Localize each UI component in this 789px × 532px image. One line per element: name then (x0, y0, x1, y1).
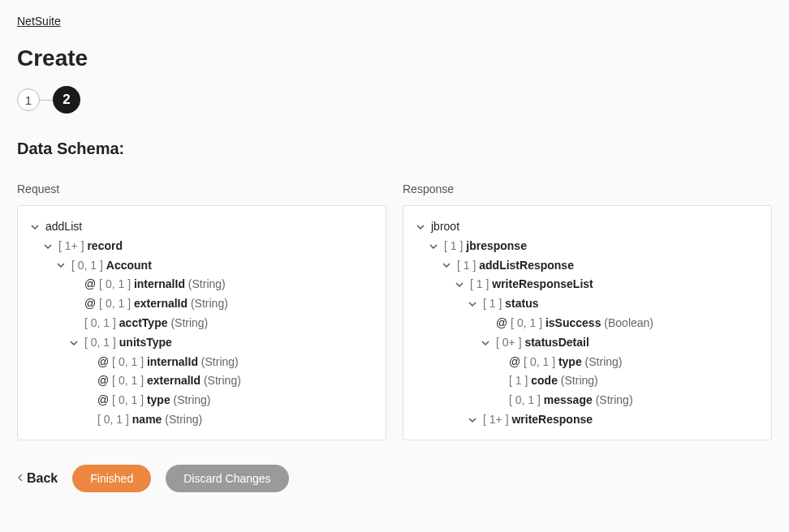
response-label: Response (403, 182, 772, 195)
tree-node-label: addList (45, 217, 82, 237)
tree-node-label: [ 1 ] jbresponse (444, 237, 527, 256)
response-tree-node[interactable]: [ 1 ] writeResponseList (415, 275, 760, 294)
response-tree-node[interactable]: [ 1 ] addListResponse (415, 256, 760, 276)
tree-node-label: @ [ 0, 1 ] externalId (String) (97, 371, 241, 391)
request-tree-node: @ [ 0, 1 ] type (String) (29, 391, 374, 410)
request-tree-node: @ [ 0, 1 ] externalId (String) (29, 371, 374, 391)
response-tree-node[interactable]: [ 0+ ] statusDetail (415, 333, 760, 353)
finished-button[interactable]: Finished (72, 465, 151, 492)
step-1[interactable]: 1 (17, 88, 40, 111)
tree-node-label: @ [ 0, 1 ] externalId (String) (84, 294, 228, 314)
chevron-down-icon[interactable] (29, 221, 41, 233)
chevron-down-icon[interactable] (42, 241, 54, 252)
response-tree-node[interactable]: jbroot (415, 217, 760, 237)
chevron-down-icon[interactable] (441, 260, 452, 271)
chevron-down-icon[interactable] (467, 414, 478, 426)
request-tree-node[interactable]: addList (29, 217, 374, 237)
request-tree-node: @ [ 0, 1 ] externalId (String) (29, 294, 374, 314)
response-tree-node[interactable]: [ 1+ ] writeResponse (415, 410, 760, 430)
response-tree-node[interactable]: [ 1 ] status (415, 294, 760, 314)
step-connector (40, 100, 53, 101)
request-tree-node: @ [ 0, 1 ] internalId (String) (29, 275, 374, 294)
tree-node-label: @ [ 0, 1 ] internalId (String) (84, 275, 226, 294)
tree-node-label: @ [ 0, 1 ] internalId (String) (97, 353, 239, 372)
tree-node-label: [ 0, 1 ] acctType (String) (84, 314, 208, 333)
step-2[interactable]: 2 (53, 86, 80, 114)
discard-changes-button[interactable]: Discard Changes (166, 465, 288, 492)
request-tree-node: [ 0, 1 ] acctType (String) (29, 314, 374, 333)
tree-node-label: [ 0, 1 ] message (String) (509, 391, 633, 410)
tree-node-label: @ [ 0, 1 ] type (String) (97, 391, 211, 410)
response-tree-node: [ 0, 1 ] message (String) (415, 391, 760, 410)
request-panel: addList[ 1+ ] record[ 0, 1 ] Account@ [ … (17, 205, 386, 440)
chevron-down-icon[interactable] (55, 260, 67, 271)
chevron-down-icon[interactable] (467, 298, 478, 310)
request-tree-node: [ 0, 1 ] name (String) (29, 410, 374, 430)
chevron-down-icon[interactable] (415, 221, 426, 233)
tree-node-label: [ 1 ] addListResponse (457, 256, 574, 276)
chevron-down-icon[interactable] (480, 337, 491, 349)
tree-node-label: [ 1 ] status (483, 294, 538, 314)
breadcrumb: NetSuite (17, 15, 772, 28)
response-tree-node: @ [ 0, 1 ] type (String) (415, 353, 760, 372)
response-tree-node: [ 1 ] code (String) (415, 371, 760, 391)
tree-node-label: jbroot (431, 217, 459, 237)
breadcrumb-link-netsuite[interactable]: NetSuite (17, 15, 61, 28)
stepper: 1 2 (17, 86, 772, 114)
response-tree-node[interactable]: [ 1 ] jbresponse (415, 237, 760, 256)
request-tree-node[interactable]: [ 0, 1 ] Account (29, 256, 374, 276)
chevron-down-icon[interactable] (454, 279, 465, 290)
tree-node-label: @ [ 0, 1 ] type (String) (509, 353, 623, 372)
back-button[interactable]: Back (17, 468, 58, 489)
request-tree-node: @ [ 0, 1 ] internalId (String) (29, 353, 374, 372)
tree-node-label: [ 1 ] code (String) (509, 371, 598, 391)
back-button-label: Back (27, 471, 58, 486)
request-label: Request (17, 182, 386, 195)
chevron-down-icon[interactable] (428, 241, 439, 252)
section-heading: Data Schema: (17, 139, 772, 158)
response-tree-node: @ [ 0, 1 ] isSuccess (Boolean) (415, 314, 760, 333)
tree-node-label: [ 0, 1 ] name (String) (97, 410, 202, 430)
tree-node-label: [ 0, 1 ] Account (71, 256, 152, 276)
tree-node-label: [ 0, 1 ] unitsType (84, 333, 172, 353)
tree-node-label: [ 1+ ] record (58, 237, 123, 256)
request-tree-node[interactable]: [ 0, 1 ] unitsType (29, 333, 374, 353)
chevron-left-icon (17, 473, 24, 484)
tree-node-label: [ 0+ ] statusDetail (496, 333, 589, 353)
response-panel: jbroot[ 1 ] jbresponse[ 1 ] addListRespo… (403, 205, 772, 440)
tree-node-label: [ 1+ ] writeResponse (483, 410, 593, 430)
chevron-down-icon[interactable] (68, 337, 80, 349)
tree-node-label: @ [ 0, 1 ] isSuccess (Boolean) (496, 314, 653, 333)
page-title: Create (17, 45, 772, 71)
request-tree-node[interactable]: [ 1+ ] record (29, 237, 374, 256)
tree-node-label: [ 1 ] writeResponseList (470, 275, 593, 294)
